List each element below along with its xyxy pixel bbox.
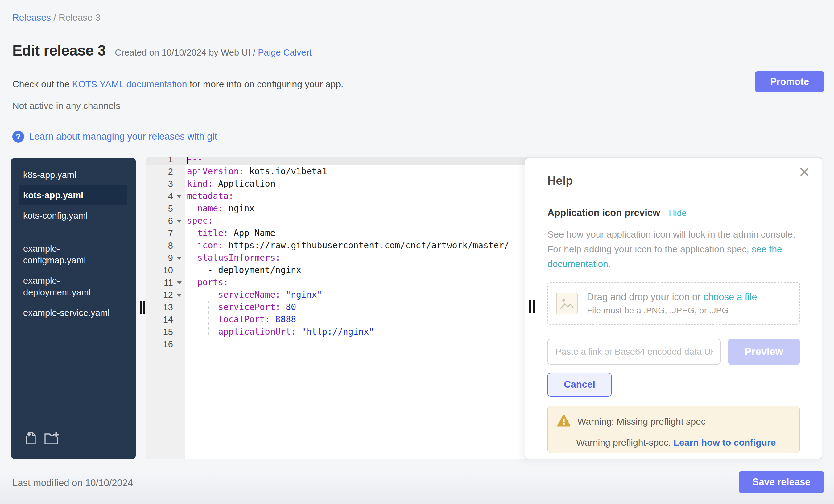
file-item[interactable]: kots-config.yaml — [19, 205, 127, 226]
warning-icon — [557, 414, 571, 429]
gutter-line-number: 7 — [146, 227, 185, 239]
last-modified: Last modified on 10/10/2024 — [12, 478, 133, 488]
add-folder-icon[interactable] — [43, 431, 59, 447]
file-item[interactable]: example-service.yaml — [19, 303, 127, 323]
choose-file-link[interactable]: choose a file — [703, 291, 757, 302]
question-icon: ? — [12, 131, 24, 143]
created-info: Created on 10/10/2024 by Web UI / Paige … — [115, 47, 312, 58]
workspace: k8s-app.yamlkots-app.yamlkots-config.yam… — [0, 157, 834, 460]
fold-chevron-down-icon[interactable] — [177, 195, 182, 198]
doc-after: for more info on configuring your app. — [187, 79, 343, 89]
git-help-link[interactable]: Learn about managing your releases with … — [29, 131, 217, 142]
edit-release-page: Releases / Release 3 Edit release 3 Crea… — [0, 0, 834, 504]
gutter-line-number: 15 — [146, 326, 185, 338]
dropzone-text: Drag and drop your icon or choose a file — [587, 291, 757, 303]
add-file-icon[interactable] — [23, 431, 38, 447]
gutter-line-number: 16 — [146, 338, 185, 350]
fold-chevron-down-icon[interactable] — [177, 281, 182, 284]
warning-box: Warning: Missing preflight spec Warning … — [547, 406, 800, 453]
warning-title: Warning: Missing preflight spec — [577, 416, 706, 427]
git-help-row[interactable]: ? Learn about managing your releases wit… — [12, 131, 217, 143]
help-title: Help — [547, 174, 800, 188]
file-item[interactable]: example-configmap.yaml — [19, 238, 127, 270]
doc-line: Check out the KOTS YAML documentation fo… — [12, 79, 343, 89]
gutter-line-number: 5 — [146, 202, 185, 215]
close-icon[interactable]: ✕ — [798, 165, 810, 179]
image-placeholder-icon — [556, 293, 578, 314]
author-link[interactable]: Paige Calvert — [258, 47, 311, 57]
fold-chevron-down-icon[interactable] — [177, 257, 182, 260]
kots-yaml-doc-link[interactable]: KOTS YAML documentation — [72, 79, 187, 89]
gutter-line-number: 13 — [146, 301, 185, 313]
title-row: Edit release 3 Created on 10/10/2024 by … — [12, 42, 311, 59]
editor-gutter: 12345678910111213141516 — [146, 157, 185, 459]
hide-link[interactable]: Hide — [669, 208, 686, 218]
file-footer-divider — [19, 425, 127, 425]
icon-preview-title: Application icon preview — [547, 207, 660, 218]
gutter-line-number: 11 — [146, 276, 185, 289]
fold-chevron-down-icon[interactable] — [177, 294, 182, 297]
gutter-line-number: 4 — [146, 190, 185, 202]
file-list: k8s-app.yamlkots-app.yamlkots-config.yam… — [11, 158, 136, 323]
desc-after: . — [608, 259, 611, 269]
gutter-line-number: 12 — [146, 289, 185, 301]
help-panel: ✕ Help Application icon preview Hide See… — [525, 158, 822, 459]
page-title: Edit release 3 — [12, 42, 106, 59]
breadcrumb-current: Release 3 — [59, 12, 100, 23]
configure-preflight-link[interactable]: Learn how to configure — [674, 437, 776, 447]
gutter-line-number: 6 — [146, 215, 185, 227]
created-prefix: Created on 10/10/2024 by Web UI / — [115, 47, 258, 57]
fold-chevron-down-icon[interactable] — [177, 220, 182, 223]
breadcrumb-separator: / — [51, 12, 59, 23]
breadcrumb-releases-link[interactable]: Releases — [12, 12, 51, 23]
gutter-line-number: 10 — [146, 264, 185, 276]
gutter-line-number: 8 — [146, 239, 185, 252]
save-release-button[interactable]: Save release — [739, 471, 824, 493]
editor-resize-handle[interactable] — [140, 301, 150, 314]
gutter-line-number: 3 — [146, 178, 185, 190]
drop-text: Drag and drop your icon or — [587, 291, 703, 302]
file-item[interactable]: kots-app.yaml — [19, 185, 127, 205]
gutter-line-number: 9 — [146, 252, 185, 264]
preview-button[interactable]: Preview — [728, 339, 800, 365]
indent-guide — [208, 301, 209, 336]
file-item[interactable]: k8s-app.yaml — [19, 165, 127, 185]
gutter-line-number: 2 — [146, 165, 185, 178]
help-resize-handle[interactable] — [529, 300, 540, 313]
gutter-line-number: 14 — [146, 313, 185, 326]
file-tree-panel: k8s-app.yamlkots-app.yamlkots-config.yam… — [11, 158, 136, 459]
promote-button[interactable]: Promote — [755, 71, 824, 92]
icon-url-input[interactable] — [547, 339, 721, 365]
icon-dropzone[interactable]: Drag and drop your icon or choose a file… — [547, 282, 800, 325]
warning-detail: Warning preflight-spec. Learn how to con… — [576, 437, 790, 448]
breadcrumb: Releases / Release 3 — [12, 12, 100, 23]
warning-body: Warning preflight-spec. — [576, 437, 674, 447]
file-panel-footer — [11, 425, 136, 459]
file-item[interactable]: example-deployment.yaml — [19, 270, 127, 303]
gutter-line-number: 1 — [146, 157, 185, 165]
icon-preview-description: See how your application icon will look … — [547, 227, 800, 271]
channel-status: Not active in any channels — [12, 101, 120, 111]
dropzone-filetypes: File must be a .PNG, .JPEG, or .JPG — [587, 306, 757, 315]
doc-before: Check out the — [12, 79, 72, 89]
cancel-button[interactable]: Cancel — [547, 373, 612, 397]
file-group-divider — [19, 232, 127, 232]
